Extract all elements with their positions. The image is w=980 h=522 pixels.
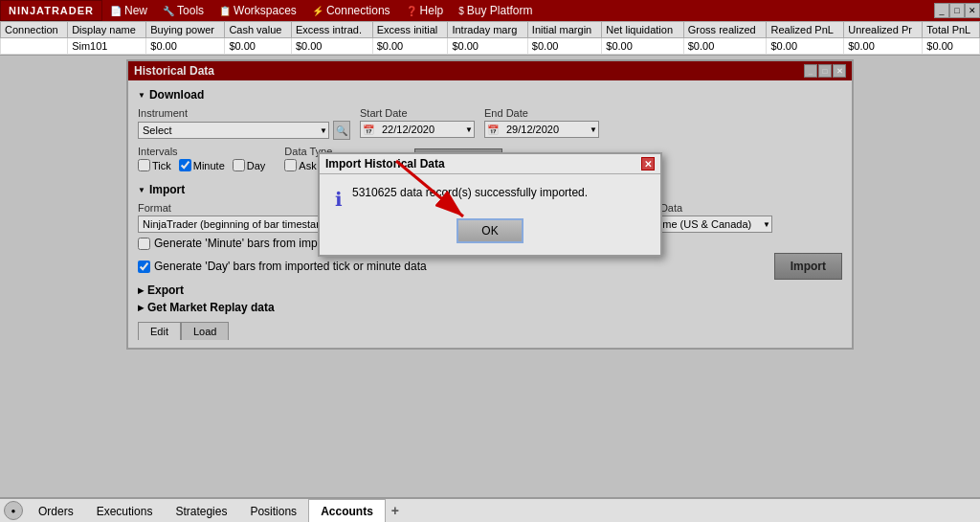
cell-intraday-marg: $0.00 [448, 38, 527, 55]
cell-excess-initial: $0.00 [372, 38, 448, 55]
window-controls: _ □ ✕ [934, 3, 980, 18]
modal-ok-button[interactable]: OK [457, 218, 523, 243]
minimize-button[interactable]: _ [934, 3, 949, 18]
menu-buy[interactable]: $ Buy Platform [451, 0, 540, 21]
workspaces-icon: 📋 [219, 6, 231, 16]
menu-new-label: New [124, 4, 147, 17]
col-display-name: Display name [68, 22, 146, 38]
col-gross-realized: Gross realized [683, 22, 767, 38]
account-table-wrap: Connection Display name Buying power Cas… [0, 21, 980, 56]
help-icon: ❓ [406, 6, 417, 16]
close-button[interactable]: ✕ [965, 3, 980, 18]
menu-workspaces[interactable]: 📋 Workspaces [212, 0, 304, 21]
modal-body: ℹ 5310625 data record(s) successfully im… [320, 174, 660, 218]
cell-net-liquidation: $0.00 [602, 38, 683, 55]
cell-total-pnl: $0.00 [923, 38, 980, 55]
col-net-liquidation: Net liquidation [602, 22, 683, 38]
cell-buying-power: $0.00 [146, 38, 225, 55]
cell-realized-pnl: $0.00 [767, 38, 844, 55]
col-buying-power: Buying power [146, 22, 225, 38]
cell-connection [1, 38, 68, 55]
menu-connections-label: Connections [326, 4, 390, 17]
main-content: Historical Data _ □ ✕ ▼ Download Instrum… [0, 56, 980, 489]
cell-cash-value: $0.00 [225, 38, 292, 55]
modal-message: 5310625 data record(s) successfully impo… [352, 186, 588, 199]
tab-strategies[interactable]: Strategies [164, 499, 238, 522]
connections-icon: ⚡ [312, 6, 323, 16]
add-tab-button[interactable]: + [386, 501, 405, 520]
col-unrealized-pr: Unrealized Pr [844, 22, 923, 38]
maximize-button[interactable]: □ [949, 3, 965, 18]
import-modal-dialog: Import Historical Data ✕ ℹ 5310625 data … [318, 152, 662, 257]
menu-buy-label: Buy Platform [467, 4, 533, 17]
menu-new[interactable]: 📄 New [102, 0, 155, 21]
tab-orders[interactable]: Orders [27, 499, 85, 522]
modal-close-button[interactable]: ✕ [641, 157, 655, 170]
cell-gross-realized: $0.00 [683, 38, 767, 55]
menu-help-label: Help [420, 4, 444, 17]
menu-workspaces-label: Workspaces [234, 4, 297, 17]
col-intraday-marg: Intraday marg [448, 22, 527, 38]
menu-tools-label: Tools [177, 4, 204, 17]
status-indicator: ● [4, 501, 23, 520]
table-row: Sim101 $0.00 $0.00 $0.00 $0.00 $0.00 $0.… [1, 38, 980, 55]
historical-data-dialog: Historical Data _ □ ✕ ▼ Download Instrum… [126, 59, 854, 350]
tools-icon: 🔧 [163, 6, 174, 16]
tab-accounts[interactable]: Accounts [308, 499, 386, 522]
menu-connections[interactable]: ⚡ Connections [304, 0, 398, 21]
col-excess-initial: Excess initial [372, 22, 448, 38]
buy-icon: $ [458, 6, 464, 16]
col-initial-margin: Initial margin [527, 22, 601, 38]
modal-footer: OK [320, 218, 660, 255]
app-logo: NINJATRADER [0, 0, 102, 21]
tab-executions[interactable]: Executions [85, 499, 165, 522]
account-table: Connection Display name Buying power Cas… [0, 21, 980, 55]
menu-help[interactable]: ❓ Help [398, 0, 452, 21]
menu-bar: NINJATRADER 📄 New 🔧 Tools 📋 Workspaces ⚡… [0, 0, 980, 21]
import-modal-overlay: Import Historical Data ✕ ℹ 5310625 data … [128, 61, 852, 348]
cell-initial-margin: $0.00 [527, 38, 601, 55]
new-icon: 📄 [110, 6, 122, 16]
col-realized-pnl: Realized PnL [767, 22, 844, 38]
col-connection: Connection [1, 22, 68, 38]
cell-excess-intrad: $0.00 [291, 38, 372, 55]
tab-positions[interactable]: Positions [238, 499, 308, 522]
modal-title: Import Historical Data [325, 157, 445, 170]
menu-items: 📄 New 🔧 Tools 📋 Workspaces ⚡ Connections… [102, 0, 541, 21]
cell-unrealized-pr: $0.00 [844, 38, 923, 55]
modal-title-bar: Import Historical Data ✕ [320, 154, 660, 174]
cell-display-name: Sim101 [68, 38, 146, 55]
modal-info-icon: ℹ [335, 188, 343, 211]
menu-tools[interactable]: 🔧 Tools [155, 0, 212, 21]
bottom-bar: ● Orders Executions Strategies Positions… [0, 497, 980, 522]
col-cash-value: Cash value [225, 22, 292, 38]
col-total-pnl: Total PnL [923, 22, 980, 38]
col-excess-intrad: Excess intrad. [291, 22, 372, 38]
